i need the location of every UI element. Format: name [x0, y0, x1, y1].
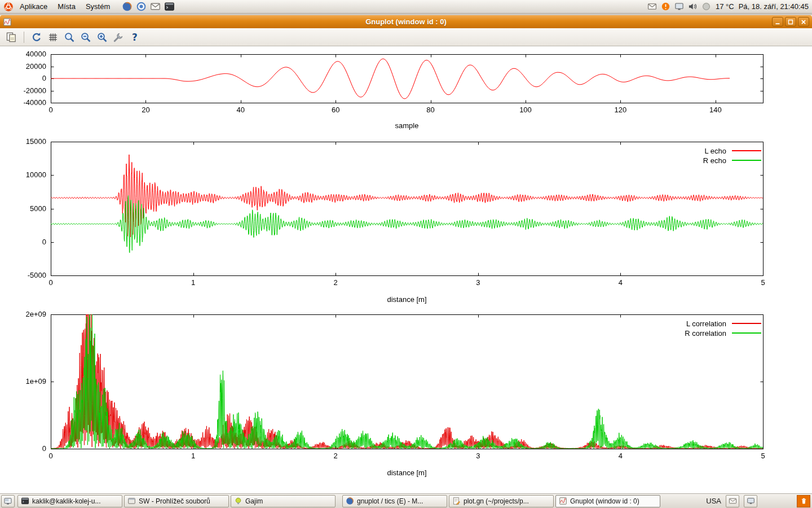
trash-applet[interactable]: [797, 495, 810, 507]
plot-canvas[interactable]: [0, 46, 812, 493]
gajim-icon: [234, 497, 242, 505]
places-menu[interactable]: Místa: [54, 1, 80, 12]
zoom-out-icon[interactable]: [79, 30, 92, 44]
taskbar-item[interactable]: SW - Prohlížeč souborů: [124, 495, 229, 507]
weather-icon[interactable]: [701, 2, 711, 11]
gnuplot-window: Gnuplot (window id : 0) ? 02040608010012…: [0, 15, 812, 493]
terminal-icon: [21, 497, 29, 505]
panel-indicators: 17 °C Pá, 18. září, 21:40:45: [647, 2, 809, 11]
close-button[interactable]: [798, 17, 809, 27]
display-icon[interactable]: [674, 2, 684, 11]
gnuplot-window-icon: [3, 17, 12, 27]
temperature-indicator[interactable]: 17 °C: [716, 2, 734, 11]
mail-icon[interactable]: [647, 2, 657, 11]
zoom-in-icon[interactable]: [95, 30, 109, 44]
gnuplot-icon: [559, 497, 567, 505]
show-desktop-button[interactable]: [1, 495, 15, 507]
taskbar-item[interactable]: kaklik@kaklik-kolej-u...: [17, 495, 122, 507]
zoom-fit-icon[interactable]: [63, 30, 76, 44]
display-tray-tile[interactable]: [744, 495, 757, 507]
taskbar-item-label: Gajim: [245, 497, 263, 505]
taskbar-item-label: kaklik@kaklik-kolej-u...: [32, 497, 101, 505]
window-controls: [772, 17, 809, 27]
firefox-icon[interactable]: [122, 1, 133, 12]
filemanager-icon: [127, 497, 136, 505]
settings-icon[interactable]: [112, 30, 125, 44]
panel-launchers: [122, 1, 175, 12]
applications-menu-icon[interactable]: [3, 2, 14, 12]
taskbar-item-label: plot.gn (~/projects/p...: [464, 497, 529, 505]
question-icon[interactable]: ?: [128, 30, 142, 44]
volume-icon[interactable]: [688, 2, 698, 11]
gnuplot-toolbar: ?: [0, 28, 812, 46]
taskbar-item-label: Gnuplot (window id : 0): [570, 497, 639, 505]
copy-icon[interactable]: [5, 30, 18, 44]
taskbar-item[interactable]: plot.gn (~/projects/p...: [449, 495, 554, 507]
taskbar-item-active[interactable]: Gnuplot (window id : 0): [555, 495, 660, 507]
panel-menus: AplikaceMístaSystém: [3, 1, 175, 12]
taskbar-item[interactable]: gnuplot / tics (E) - M...: [342, 495, 447, 507]
plot-area: 020406080100120140-40000-200000200004000…: [0, 46, 812, 493]
firefox-icon: [346, 497, 354, 505]
window-list: kaklik@kaklik-kolej-u...SW - Prohlížeč s…: [17, 495, 660, 507]
applications-menu[interactable]: Aplikace: [16, 1, 51, 12]
taskbar-item[interactable]: Gajim: [231, 495, 336, 507]
window-titlebar[interactable]: Gnuplot (window id : 0): [0, 15, 812, 28]
taskbar-tray: [726, 495, 757, 507]
top-panel: AplikaceMístaSystém 17 °C Pá, 18. září, …: [0, 0, 812, 14]
maximize-button[interactable]: [785, 17, 796, 27]
terminal-icon[interactable]: [164, 1, 175, 12]
refresh-icon[interactable]: [30, 30, 43, 44]
toolbar-separator: [24, 32, 24, 43]
help-ring-icon[interactable]: [136, 1, 147, 12]
mail-tray-tile[interactable]: [726, 495, 739, 507]
taskbar-item-label: SW - Prohlížeč souborů: [139, 497, 210, 505]
taskbar-right: USA: [706, 495, 811, 507]
taskbar-item-label: gnuplot / tics (E) - M...: [357, 497, 423, 505]
update-icon[interactable]: [661, 2, 670, 11]
window-title: Gnuplot (window id : 0): [0, 17, 812, 26]
taskbar: kaklik@kaklik-kolej-u...SW - Prohlížeč s…: [0, 493, 812, 508]
mail-icon[interactable]: [150, 1, 161, 12]
svg-text:?: ?: [132, 32, 138, 43]
keyboard-layout-indicator[interactable]: USA: [706, 497, 721, 505]
editor-icon: [452, 497, 461, 505]
grid-icon[interactable]: [46, 30, 60, 44]
minimize-button[interactable]: [772, 17, 783, 27]
clock[interactable]: Pá, 18. září, 21:40:45: [739, 2, 809, 11]
desktop: AplikaceMístaSystém 17 °C Pá, 18. září, …: [0, 0, 812, 508]
panel-tray: [647, 2, 711, 11]
system-menu[interactable]: Systém: [82, 1, 114, 12]
